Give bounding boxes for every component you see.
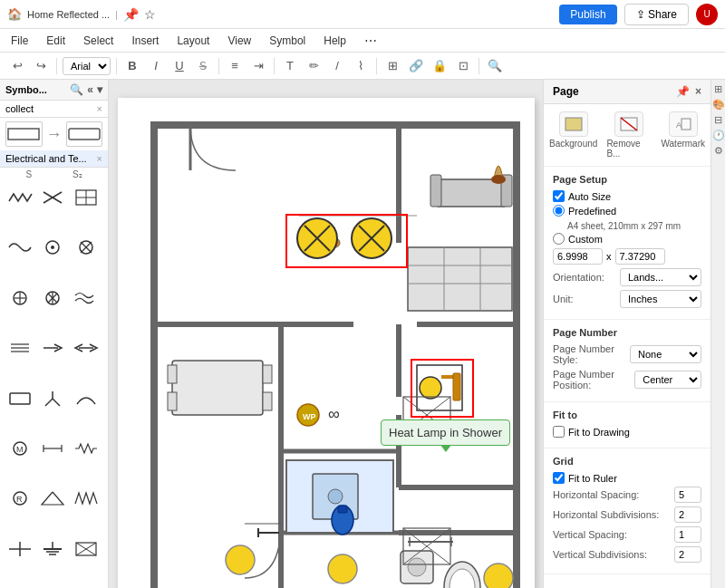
menu-insert[interactable]: Insert — [128, 33, 162, 49]
auto-size-checkbox[interactable] — [553, 190, 565, 202]
sym-circle-asterisk[interactable] — [38, 285, 67, 311]
right-panel-title: Page — [553, 85, 579, 98]
sym-wave[interactable] — [5, 235, 34, 260]
sym-box-x[interactable] — [72, 536, 101, 562]
h-spacing-input[interactable] — [674, 487, 701, 503]
italic-button[interactable]: I — [146, 56, 166, 76]
sym-arrow-right[interactable] — [38, 335, 67, 361]
sym-grid[interactable] — [72, 185, 101, 210]
symbol-prev-2[interactable] — [66, 121, 103, 147]
sym-double-wave[interactable] — [72, 285, 101, 311]
sym-circle-plus[interactable] — [5, 285, 34, 311]
symbol-prev-1[interactable] — [5, 121, 43, 147]
layers-icon[interactable]: ⊟ — [714, 114, 722, 126]
menu-view[interactable]: View — [224, 33, 255, 49]
sym-circle-cross[interactable] — [72, 235, 101, 260]
align-left-button[interactable]: ≡ — [225, 56, 245, 76]
fit-to-ruler-checkbox[interactable] — [553, 472, 565, 484]
symbol-row-labels: S S₂ — [0, 168, 108, 181]
sym-arrow-both[interactable] — [72, 335, 101, 361]
sym-rect2[interactable] — [5, 386, 34, 411]
canvas-area[interactable]: WP ∞ — [109, 80, 543, 588]
canvas[interactable]: WP ∞ — [118, 98, 535, 588]
sym-measure[interactable] — [38, 436, 67, 461]
search-panel-icon[interactable]: 🔍 — [70, 83, 83, 96]
sym-lines[interactable] — [5, 335, 34, 361]
share-button[interactable]: ⇪ Share — [624, 4, 689, 25]
menu-select[interactable]: Select — [80, 33, 117, 49]
sym-circle-r[interactable]: R — [5, 486, 34, 511]
line-button[interactable]: / — [327, 56, 347, 76]
search-button[interactable]: 🔍 — [485, 56, 505, 76]
menu-edit[interactable]: Edit — [43, 33, 69, 49]
height-input[interactable] — [615, 248, 665, 265]
custom-radio[interactable] — [553, 233, 565, 245]
style-icon[interactable]: 🎨 — [712, 99, 725, 111]
menu-file[interactable]: File — [7, 33, 32, 49]
expand-panel-icon[interactable]: ▾ — [97, 83, 102, 96]
divider-2 — [116, 58, 117, 74]
predefined-radio[interactable] — [553, 205, 565, 217]
sym-zigzag[interactable] — [5, 185, 34, 210]
connector-button[interactable]: ⌇ — [351, 56, 371, 76]
history-icon[interactable]: 🕐 — [712, 130, 725, 141]
unit-select[interactable]: Inches mm — [620, 290, 701, 308]
font-family-select[interactable]: Arial — [63, 57, 111, 75]
undo-button[interactable]: ↩ — [7, 56, 27, 76]
sym-fork[interactable] — [38, 386, 67, 411]
more-menu[interactable]: ⋯ — [361, 32, 381, 50]
group-button[interactable]: ⊡ — [453, 56, 473, 76]
redo-button[interactable]: ↪ — [31, 56, 51, 76]
format-icon[interactable]: ⊞ — [714, 83, 722, 95]
indent-button[interactable]: ⇥ — [248, 56, 268, 76]
sym-zigzag2[interactable] — [72, 486, 101, 511]
star-icon[interactable]: ☆ — [144, 7, 156, 22]
settings-strip-icon[interactable]: ⚙ — [714, 145, 723, 157]
collect-close[interactable]: × — [97, 103, 102, 114]
unit-row: Unit: Inches mm — [553, 290, 701, 308]
sym-circle-dot[interactable] — [38, 235, 67, 260]
tab-background[interactable]: Background — [549, 111, 597, 159]
strikethrough-button[interactable]: S̶ — [193, 56, 213, 76]
electrical-section-header[interactable]: Electrical and Te... × — [0, 150, 108, 168]
pen-button[interactable]: ✏ — [304, 56, 324, 76]
tab-watermark[interactable]: A Watermark — [661, 111, 705, 159]
page-number-position-select[interactable]: Center Left Right — [634, 371, 701, 389]
h-spacing-row: Horizontal Spacing: — [553, 487, 701, 503]
v-subdivisions-input[interactable] — [674, 546, 701, 563]
right-panel-header: Page 📌 × — [544, 80, 710, 104]
collapse-panel-icon[interactable]: « — [87, 83, 93, 96]
tab-remove-background[interactable]: Remove B... — [606, 111, 652, 159]
pin-icon[interactable]: 📌 — [123, 7, 139, 22]
sym-triangle[interactable] — [38, 486, 67, 511]
sym-doublearrow[interactable] — [5, 536, 34, 562]
menu-symbol[interactable]: Symbol — [266, 33, 309, 49]
svg-rect-56 — [172, 361, 263, 415]
sym-waveform[interactable] — [72, 436, 101, 461]
width-input[interactable] — [553, 248, 603, 265]
fit-to-drawing-checkbox[interactable] — [553, 426, 565, 438]
insert-button[interactable]: ⊞ — [382, 56, 402, 76]
pin-right-icon[interactable]: 📌 — [676, 85, 690, 98]
menu-layout[interactable]: Layout — [173, 33, 213, 49]
divider-3 — [218, 58, 219, 74]
close-right-icon[interactable]: × — [695, 85, 701, 98]
v-spacing-input[interactable] — [674, 526, 701, 543]
top-actions: Publish ⇪ Share U — [559, 4, 718, 25]
link-button[interactable]: 🔗 — [406, 56, 426, 76]
sym-ground[interactable] — [38, 536, 67, 562]
menu-help[interactable]: Help — [320, 33, 350, 49]
elec-close[interactable]: × — [97, 153, 102, 164]
publish-button[interactable]: Publish — [559, 5, 616, 24]
avatar[interactable]: U — [696, 4, 718, 25]
sym-arc[interactable] — [72, 386, 101, 411]
sym-cross[interactable] — [38, 185, 67, 210]
bold-button[interactable]: B — [122, 56, 142, 76]
text-button[interactable]: T — [280, 56, 300, 76]
underline-button[interactable]: U — [169, 56, 189, 76]
page-number-style-select[interactable]: None — [630, 345, 701, 363]
orientation-select[interactable]: Lands... Portrait — [620, 268, 701, 286]
lock-button[interactable]: 🔒 — [430, 56, 450, 76]
h-subdivisions-input[interactable] — [674, 506, 701, 523]
sym-motor[interactable]: M — [5, 436, 34, 461]
